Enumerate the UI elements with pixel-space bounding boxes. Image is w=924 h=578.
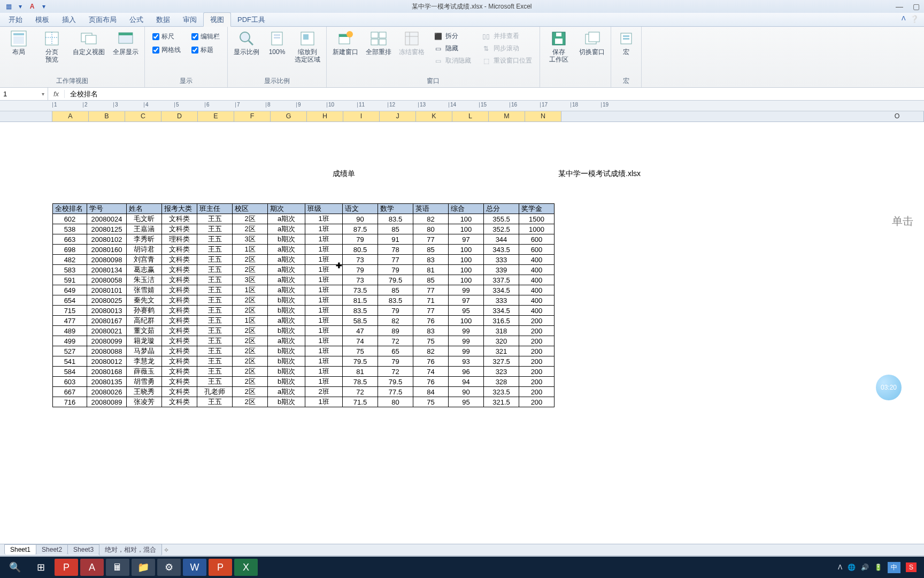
- pdf-app-icon[interactable]: P: [55, 559, 78, 576]
- page-break-preview-button[interactable]: 分页 预览: [36, 29, 67, 64]
- column-header[interactable]: I: [343, 111, 380, 122]
- explorer-icon[interactable]: 📁: [132, 559, 155, 576]
- formula-value[interactable]: 全校排名: [65, 89, 924, 99]
- table-row[interactable]: 60220080024毛文昕文科类王五2区a期次1班9083.582100355…: [53, 214, 555, 224]
- table-row[interactable]: 53820080125王嘉涵文科类王五2区a期次1班87.58580100352…: [53, 224, 555, 234]
- qat-dd-icon[interactable]: ▾: [16, 2, 25, 11]
- sheet-tab-2[interactable]: Sheet2: [36, 544, 68, 554]
- switch-window-button[interactable]: 切换窗口: [576, 29, 607, 57]
- sogou-icon[interactable]: S: [906, 562, 917, 572]
- maximize-button[interactable]: ▢: [913, 2, 920, 11]
- table-header[interactable]: 期次: [268, 204, 305, 214]
- ime-indicator[interactable]: 中: [888, 562, 900, 573]
- headings-checkbox[interactable]: 标题: [191, 45, 220, 55]
- column-header[interactable]: M: [489, 111, 525, 122]
- table-header[interactable]: 数学: [378, 204, 413, 214]
- column-header[interactable]: D: [161, 111, 198, 122]
- ruler-checkbox[interactable]: 标尺: [152, 32, 181, 41]
- column-header[interactable]: E: [198, 111, 234, 122]
- system-tray[interactable]: ᐱ 🌐 🔊 🔋 中 S: [838, 562, 921, 573]
- name-box[interactable]: 1▾: [0, 88, 48, 100]
- table-row[interactable]: 66720080026王晓秀文科类孔老师2区a期次2班7277.58490323…: [53, 387, 555, 397]
- access-app-icon[interactable]: A: [80, 559, 104, 576]
- sheet-tab-3[interactable]: Sheet3: [67, 544, 99, 554]
- network-icon[interactable]: 🌐: [848, 564, 856, 571]
- column-header[interactable]: B: [89, 111, 125, 122]
- table-row[interactable]: 48220080098刘宫青文科类王五2区a期次1班73778310033340…: [53, 255, 555, 265]
- column-header[interactable]: F: [234, 111, 271, 122]
- table-row[interactable]: 65420080025秦先文文科类王五2区b期次1班81.583.5719733…: [53, 295, 555, 306]
- worksheet[interactable]: 成绩单 某中学一模考试成绩.xlsx 全校排名学号姓名报考大类班主任校区期次班级…: [0, 122, 924, 544]
- calc-app-icon[interactable]: 🖩: [106, 559, 129, 576]
- tab-home[interactable]: 开始: [2, 13, 29, 26]
- save-workspace-button[interactable]: 保存 工作区: [543, 29, 574, 64]
- zoom-100-button[interactable]: 100%: [264, 29, 290, 57]
- tab-formula[interactable]: 公式: [123, 13, 150, 26]
- word-app-icon[interactable]: W: [183, 559, 206, 576]
- table-row[interactable]: 52720080088马梦晶文科类王五2区b期次1班75658299321200: [53, 346, 555, 356]
- table-header[interactable]: 综合: [449, 204, 484, 214]
- tab-insert[interactable]: 插入: [56, 13, 82, 26]
- table-header[interactable]: 奖学金: [519, 204, 555, 214]
- table-row[interactable]: 58320080134葛志赢文科类王五2区a期次1班79798110033940…: [53, 265, 555, 275]
- help-icon[interactable]: ❔: [910, 15, 919, 23]
- table-header[interactable]: 全校排名: [53, 204, 87, 214]
- column-header[interactable]: L: [452, 111, 489, 122]
- tab-template[interactable]: 模板: [29, 13, 56, 26]
- table-header[interactable]: 学号: [87, 204, 127, 214]
- table-row[interactable]: 64920080101张雪婧文科类王五1区a期次1班73.5857799334.…: [53, 285, 555, 295]
- minimize-button[interactable]: —: [896, 2, 903, 11]
- table-row[interactable]: 59120080058朱玉洁文科类王五3区a期次1班7379.585100337…: [53, 275, 555, 285]
- freeze-panes-button[interactable]: 冻结窗格: [396, 29, 427, 57]
- table-header[interactable]: 校区: [233, 204, 268, 214]
- table-row[interactable]: 48920080021董文茹文科类王五2区b期次1班47898399318200: [53, 326, 555, 336]
- table-row[interactable]: 71520080013孙赛鹤文科类王五2区b期次1班83.5797795334.…: [53, 306, 555, 316]
- tab-view[interactable]: 视图: [203, 12, 231, 27]
- table-header[interactable]: 报考大类: [162, 204, 197, 214]
- settings-icon[interactable]: ⚙: [157, 559, 181, 576]
- column-header[interactable]: C: [125, 111, 161, 122]
- tab-pdf[interactable]: PDF工具: [231, 13, 272, 26]
- data-table[interactable]: 全校排名学号姓名报考大类班主任校区期次班级语文数学英语综合总分奖学金 60220…: [52, 203, 555, 407]
- click-to-add-text[interactable]: 单击: [892, 214, 924, 229]
- table-row[interactable]: 58420080168薛薇玉文科类王五2区b期次1班81727496323200: [53, 367, 555, 377]
- table-header[interactable]: 总分: [484, 204, 519, 214]
- page-layout-button[interactable]: 布局: [3, 29, 34, 57]
- font-size-icon[interactable]: A: [28, 2, 36, 11]
- gridlines-checkbox[interactable]: 网格线: [152, 45, 181, 55]
- table-header[interactable]: 英语: [413, 204, 449, 214]
- column-header[interactable]: K: [416, 111, 452, 122]
- table-header[interactable]: 班主任: [197, 204, 233, 214]
- column-header[interactable]: G: [271, 111, 307, 122]
- sheet-tab-4[interactable]: 绝对，相对，混合: [99, 544, 162, 556]
- column-header[interactable]: O: [871, 111, 924, 122]
- fx-icon[interactable]: fx: [48, 90, 65, 98]
- sheet-tab-1[interactable]: Sheet1: [4, 544, 36, 554]
- table-header[interactable]: 姓名: [127, 204, 162, 214]
- formula-bar-checkbox[interactable]: 编辑栏: [191, 32, 220, 41]
- table-row[interactable]: 54120080012李慧龙文科类王五2区b期次1班79.5797693327.…: [53, 356, 555, 367]
- search-icon[interactable]: 🔍: [3, 559, 27, 576]
- table-row[interactable]: 49920080099籍龙璇文科类王五2区a期次1班74727599320200: [53, 336, 555, 346]
- column-header[interactable]: J: [380, 111, 416, 122]
- task-view-icon[interactable]: ⊞: [29, 559, 52, 576]
- table-row[interactable]: 60320080135胡雪勇文科类王五2区b期次1班78.579.5769432…: [53, 377, 555, 387]
- column-header[interactable]: A: [52, 111, 89, 122]
- table-header[interactable]: 班级: [305, 204, 343, 214]
- fullscreen-button[interactable]: 全屏显示: [110, 29, 141, 57]
- volume-icon[interactable]: 🔊: [861, 564, 869, 571]
- battery-icon[interactable]: 🔋: [874, 564, 882, 571]
- table-row[interactable]: 66320080102李秀昕理科类王五3区b期次1班79917797344600: [53, 234, 555, 245]
- tab-review[interactable]: 审阅: [176, 13, 203, 26]
- select-all-corner[interactable]: [0, 111, 52, 122]
- qat-dd2-icon[interactable]: ▾: [40, 2, 48, 11]
- zoom-selection-button[interactable]: 缩放到 选定区域: [292, 29, 323, 64]
- table-row[interactable]: 69820080160胡诗君文科类王五1区a期次1班80.57885100343…: [53, 245, 555, 255]
- new-sheet-icon[interactable]: ✧: [164, 546, 169, 554]
- hide-button[interactable]: ▭隐藏: [433, 43, 472, 54]
- tab-layout[interactable]: 页面布局: [82, 13, 123, 26]
- ppt-app-icon[interactable]: P: [209, 559, 232, 576]
- minimize-ribbon-icon[interactable]: ᐱ: [902, 15, 906, 23]
- macros-button[interactable]: 宏: [614, 29, 638, 57]
- column-header[interactable]: N: [525, 111, 561, 122]
